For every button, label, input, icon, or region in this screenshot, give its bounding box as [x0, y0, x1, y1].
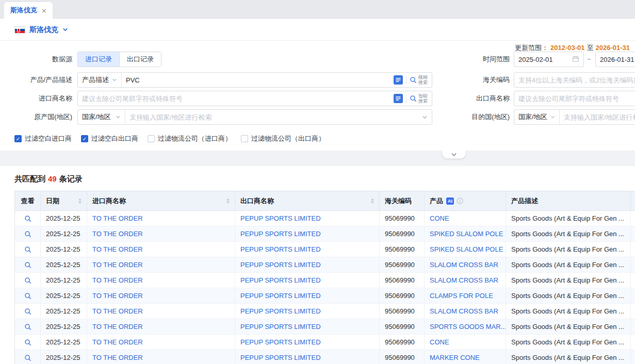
importer-input[interactable]: [78, 95, 394, 103]
exporter-link[interactable]: PEPUP SPORTS LIMITED: [240, 276, 321, 284]
country-selector[interactable]: 斯洛伐克: [14, 24, 68, 36]
col-view: 查看: [15, 191, 41, 211]
col-importer[interactable]: 进口商名称: [87, 191, 235, 211]
col-exporter[interactable]: 出口商名称: [235, 191, 380, 211]
info-icon[interactable]: [457, 197, 463, 204]
export-records-tab[interactable]: 出口记录: [119, 52, 161, 67]
product-link[interactable]: CONE: [430, 338, 449, 346]
importer-link[interactable]: TO THE ORDER: [92, 307, 143, 315]
importer-link[interactable]: TO THE ORDER: [92, 261, 143, 269]
product-link[interactable]: SLALOM CROSS BAR: [430, 307, 498, 315]
batch-search-icon[interactable]: [394, 75, 403, 85]
date-from-input[interactable]: 2025-02-01: [514, 52, 584, 67]
search-icon: [24, 292, 31, 300]
view-cell: [15, 211, 41, 226]
col-date[interactable]: 日期: [41, 191, 87, 211]
exporter-link[interactable]: PEPUP SPORTS LIMITED: [240, 354, 321, 361]
product-link[interactable]: SPIKED SLALOM POLE: [430, 245, 503, 253]
exporter-link[interactable]: PEPUP SPORTS LIMITED: [240, 307, 321, 315]
search-icon: [410, 95, 417, 102]
importer-link[interactable]: TO THE ORDER: [92, 338, 143, 346]
product-link[interactable]: SPIKED SLALOM POLE: [430, 230, 503, 238]
tab-bar: 斯洛伐克 ×: [0, 0, 635, 19]
importer-link[interactable]: TO THE ORDER: [92, 276, 143, 284]
batch-search-icon[interactable]: [394, 94, 403, 103]
filter-checkbox[interactable]: 过滤物流公司（进口商）: [148, 134, 232, 143]
hs-code-cell: 95069990: [380, 304, 425, 319]
extra-cell: [631, 350, 635, 364]
view-record-button[interactable]: [24, 323, 31, 330]
datasource-segment: 进口记录 出口记录: [77, 52, 161, 67]
checkbox-icon[interactable]: ✓: [81, 135, 88, 142]
product-field-select[interactable]: 产品描述: [78, 73, 122, 87]
exporter-input[interactable]: [514, 91, 635, 106]
tab-close-icon[interactable]: ×: [42, 7, 46, 14]
filter-checkbox[interactable]: ✓过滤空白进口商: [14, 134, 72, 143]
view-record-button[interactable]: [24, 261, 31, 269]
date-cell: 2025-12-25: [41, 257, 87, 273]
filter-checkbox[interactable]: ✓过滤空白出口商: [81, 134, 138, 143]
sort-icon[interactable]: [226, 198, 230, 204]
date-cell: 2025-12-25: [41, 304, 87, 319]
update-to-date: 2026-01-31: [596, 44, 630, 52]
destination-type-select[interactable]: 国家/地区: [514, 110, 560, 124]
product-link[interactable]: SLALOM CROSS BAR: [430, 276, 498, 284]
tab-slovakia[interactable]: 斯洛伐克 ×: [4, 2, 53, 19]
sort-icon[interactable]: [371, 198, 374, 204]
exporter-link[interactable]: PEPUP SPORTS LIMITED: [240, 292, 321, 300]
filter-checkbox[interactable]: 过滤物流公司（出口商）: [241, 134, 325, 143]
exporter-link[interactable]: PEPUP SPORTS LIMITED: [240, 338, 321, 346]
product-link[interactable]: CLAMPS FOR POLE: [430, 292, 493, 300]
desc-cell: Sports Goods (Art & Equip For Gen ...: [506, 226, 631, 242]
importer-link[interactable]: TO THE ORDER: [92, 354, 143, 361]
table-row: 2025-12-25TO THE ORDERPEPUP SPORTS LIMIT…: [15, 335, 635, 350]
search-icon: [24, 354, 31, 361]
importer-link[interactable]: TO THE ORDER: [92, 323, 143, 330]
view-record-button[interactable]: [24, 230, 31, 238]
exporter-link[interactable]: PEPUP SPORTS LIMITED: [240, 214, 321, 222]
product-link[interactable]: MARKER CONE: [430, 354, 480, 361]
product-input[interactable]: [122, 76, 394, 84]
view-record-button[interactable]: [24, 354, 31, 361]
view-record-button[interactable]: [24, 292, 31, 300]
view-record-button[interactable]: [24, 277, 31, 284]
smart-search-toggle[interactable]: 智能搜索: [410, 93, 428, 104]
date-cell: 2025-12-25: [41, 350, 87, 364]
importer-link[interactable]: TO THE ORDER: [92, 292, 143, 300]
exporter-link[interactable]: PEPUP SPORTS LIMITED: [240, 230, 321, 238]
view-record-button[interactable]: [24, 339, 31, 346]
product-link[interactable]: CONE: [430, 214, 449, 222]
exporter-link[interactable]: PEPUP SPORTS LIMITED: [240, 245, 321, 253]
product-link[interactable]: SPORTS GOODS MAR...: [430, 323, 506, 330]
destination-country-input[interactable]: [560, 113, 635, 121]
view-record-button[interactable]: [24, 308, 31, 315]
product-link[interactable]: SLALOM CROSS BAR: [430, 261, 498, 269]
hs-code-cell: 95069990: [380, 257, 425, 273]
importer-link[interactable]: TO THE ORDER: [92, 214, 143, 222]
view-record-button[interactable]: [24, 246, 31, 253]
exporter-link[interactable]: PEPUP SPORTS LIMITED: [240, 323, 321, 330]
exporter-link[interactable]: PEPUP SPORTS LIMITED: [240, 261, 321, 269]
hs-code-cell: 95069990: [380, 288, 425, 304]
origin-country-input[interactable]: [125, 113, 422, 121]
hs-code-input[interactable]: [514, 72, 635, 88]
collapse-panel-button[interactable]: [442, 151, 466, 159]
sort-icon[interactable]: [78, 198, 82, 204]
fuzzy-search-toggle[interactable]: 模糊搜索: [410, 75, 428, 85]
extra-cell: [631, 335, 635, 350]
checkbox-icon[interactable]: [241, 135, 248, 142]
checkbox-icon[interactable]: ✓: [14, 135, 22, 142]
checkbox-label: 过滤空白出口商: [91, 134, 138, 143]
desc-cell: Sports Goods (Art & Equip For Gen ...: [506, 350, 631, 364]
table-row: 2025-12-25TO THE ORDERPEPUP SPORTS LIMIT…: [15, 211, 635, 226]
checkbox-icon[interactable]: [148, 135, 155, 142]
importer-link[interactable]: TO THE ORDER: [92, 245, 143, 253]
table-row: 2025-12-25TO THE ORDERPEPUP SPORTS LIMIT…: [15, 288, 635, 304]
importer-link[interactable]: TO THE ORDER: [92, 230, 143, 238]
import-records-tab[interactable]: 进口记录: [78, 52, 119, 67]
form-row-importer: 进口商名称 智能搜索 出口商名称: [0, 91, 635, 106]
date-to-input[interactable]: 2026-01-31: [595, 52, 635, 67]
view-record-button[interactable]: [24, 215, 31, 222]
origin-type-select[interactable]: 国家/地区: [78, 110, 125, 124]
table-header-row: 查看 日期 进口商名称 出口商名称: [15, 191, 635, 211]
